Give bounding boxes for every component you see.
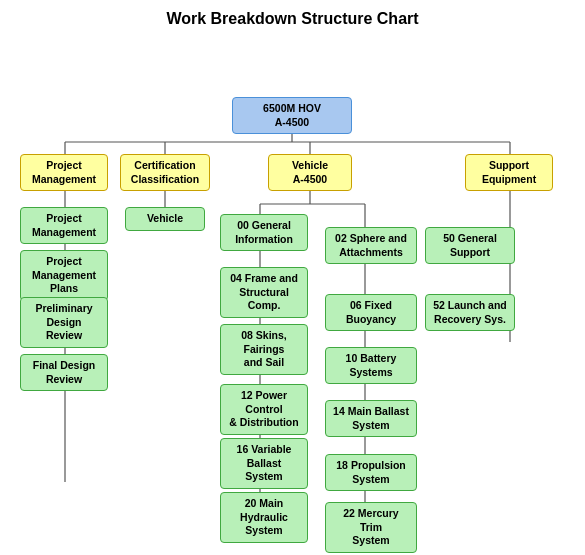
pm-child-1: ProjectManagement xyxy=(20,207,108,244)
veh-right-2: 06 FixedBuoyancy xyxy=(325,294,417,331)
veh-left-5: 16 VariableBallastSystem xyxy=(220,438,308,489)
support-child-2: 52 Launch andRecovery Sys. xyxy=(425,294,515,331)
veh-right-5: 18 PropulsionSystem xyxy=(325,454,417,491)
l1-support: SupportEquipment xyxy=(465,154,553,191)
cert-child-1: Vehicle xyxy=(125,207,205,231)
l1-vehicle: VehicleA-4500 xyxy=(268,154,352,191)
root-node: 6500M HOVA-4500 xyxy=(232,97,352,134)
veh-left-4: 12 PowerControl& Distribution xyxy=(220,384,308,435)
l1-certification: CertificationClassification xyxy=(120,154,210,191)
pm-child-4: Final DesignReview xyxy=(20,354,108,391)
pm-child-2: ProjectManagementPlans xyxy=(20,250,108,301)
veh-right-4: 14 Main BallastSystem xyxy=(325,400,417,437)
page-title: Work Breakdown Structure Chart xyxy=(10,10,575,28)
veh-right-1: 02 Sphere andAttachments xyxy=(325,227,417,264)
veh-left-1: 00 GeneralInformation xyxy=(220,214,308,251)
veh-left-6: 20 MainHydraulicSystem xyxy=(220,492,308,543)
veh-right-6: 22 Mercury TrimSystem xyxy=(325,502,417,553)
support-child-1: 50 GeneralSupport xyxy=(425,227,515,264)
veh-left-3: 08 Skins,Fairingsand Sail xyxy=(220,324,308,375)
pm-child-3: PreliminaryDesignReview xyxy=(20,297,108,348)
veh-right-3: 10 BatterySystems xyxy=(325,347,417,384)
veh-left-2: 04 Frame andStructuralComp. xyxy=(220,267,308,318)
l1-project-management: ProjectManagement xyxy=(20,154,108,191)
